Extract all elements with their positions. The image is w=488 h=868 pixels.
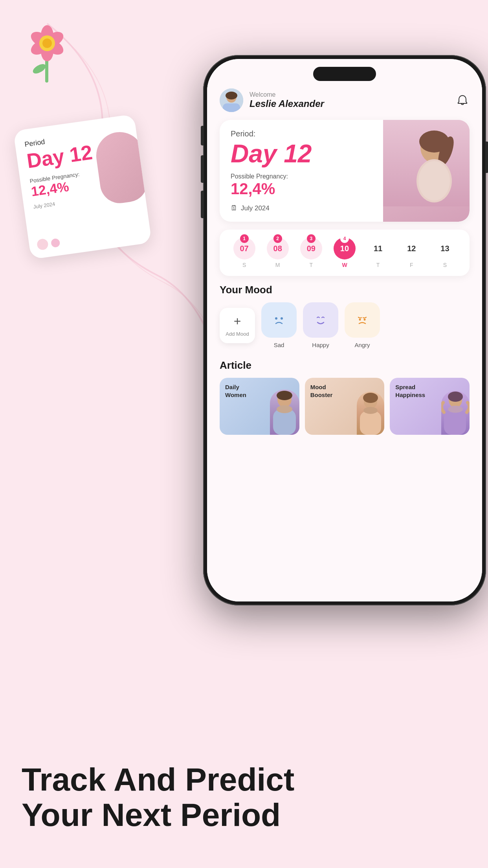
angry-mood-icon — [345, 302, 380, 338]
bg-preview-card: Period Day 12 Possible Pregnancy: 12,4% … — [13, 114, 152, 259]
volume-up-button — [201, 155, 204, 183]
tagline-line2: Your Next Period — [22, 797, 466, 833]
svg-rect-13 — [223, 103, 240, 112]
day-item-08[interactable]: 2 08 M — [267, 237, 289, 268]
volume-down-button — [201, 191, 204, 218]
svg-rect-33 — [360, 411, 381, 435]
svg-point-25 — [359, 319, 361, 321]
calendar-icon: 🗓 — [231, 204, 238, 212]
svg-point-9 — [42, 39, 52, 48]
dynamic-island — [313, 67, 376, 81]
plus-icon: + — [234, 314, 241, 329]
article-row: Daily Women Mood Booster — [220, 378, 470, 435]
user-name: Leslie Alexander — [250, 98, 324, 109]
svg-point-21 — [275, 317, 277, 320]
mood-happy[interactable]: Happy — [303, 302, 338, 348]
period-date: July 2024 — [241, 204, 270, 212]
flower-decoration — [26, 22, 69, 85]
svg-point-34 — [363, 407, 378, 414]
header-user-info: Welcome Leslie Alexander — [220, 88, 324, 112]
svg-point-19 — [418, 161, 450, 200]
article-section-title: Article — [220, 359, 470, 371]
svg-point-36 — [448, 392, 463, 402]
svg-point-22 — [281, 317, 283, 320]
article-daily-women-label: Daily Women — [225, 383, 246, 399]
user-avatar — [220, 88, 243, 112]
period-photo — [383, 120, 470, 222]
svg-point-1 — [31, 62, 47, 75]
day-item-07[interactable]: 1 07 S — [233, 237, 255, 268]
notification-bell-icon[interactable] — [455, 93, 470, 107]
article-mood-booster[interactable]: Mood Booster — [305, 378, 385, 435]
happy-label: Happy — [312, 342, 329, 348]
add-mood-label: Add Mood — [226, 331, 249, 337]
app-header: Welcome Leslie Alexander — [220, 88, 470, 112]
day-item-11[interactable]: 11 T — [367, 237, 389, 268]
article-spread-happiness-label: Spread Happiness — [395, 383, 425, 399]
mute-button — [201, 126, 204, 145]
screen-content: Welcome Leslie Alexander Period: — [207, 59, 482, 601]
mood-section-title: Your Mood — [220, 284, 470, 296]
svg-point-26 — [364, 319, 366, 321]
mood-row: + Add Mood Sad — [220, 302, 470, 348]
article-daily-women[interactable]: Daily Women — [220, 378, 299, 435]
tagline-line1: Track And Predict — [22, 762, 466, 797]
article-spread-happiness[interactable]: Spread Happiness — [390, 378, 470, 435]
day-item-09[interactable]: 3 09 T — [300, 237, 322, 268]
add-mood-button[interactable]: + Add Mood — [220, 308, 255, 343]
svg-point-32 — [363, 393, 378, 403]
svg-point-23 — [311, 311, 330, 329]
day-item-10[interactable]: 4 10 W — [334, 237, 356, 268]
sad-label: Sad — [274, 342, 284, 348]
mood-sad[interactable]: Sad — [261, 302, 297, 348]
svg-point-38 — [448, 406, 463, 413]
svg-point-24 — [353, 311, 372, 329]
svg-rect-37 — [444, 410, 466, 435]
svg-point-30 — [277, 405, 292, 413]
mood-angry[interactable]: Angry — [345, 302, 380, 348]
week-row: 1 07 S 2 08 M — [227, 237, 462, 268]
day-item-12[interactable]: 12 F — [400, 237, 422, 268]
svg-point-20 — [270, 311, 288, 329]
svg-point-28 — [277, 391, 292, 400]
article-mood-booster-label: Mood Booster — [310, 383, 333, 399]
week-calendar: 1 07 S 2 08 M — [220, 230, 470, 276]
power-button — [485, 142, 488, 173]
welcome-text: Welcome — [250, 91, 324, 98]
sad-mood-icon — [261, 302, 297, 338]
period-card: Period: Day 12 Possible Pregnancy: 12,4%… — [220, 120, 470, 222]
angry-label: Angry — [354, 342, 370, 348]
day-item-13[interactable]: 13 S — [434, 237, 456, 268]
phone-mockup: Welcome Leslie Alexander Period: — [203, 55, 488, 605]
tagline: Track And Predict Your Next Period — [22, 762, 466, 833]
svg-point-12 — [226, 92, 237, 99]
happy-mood-icon — [303, 302, 338, 338]
